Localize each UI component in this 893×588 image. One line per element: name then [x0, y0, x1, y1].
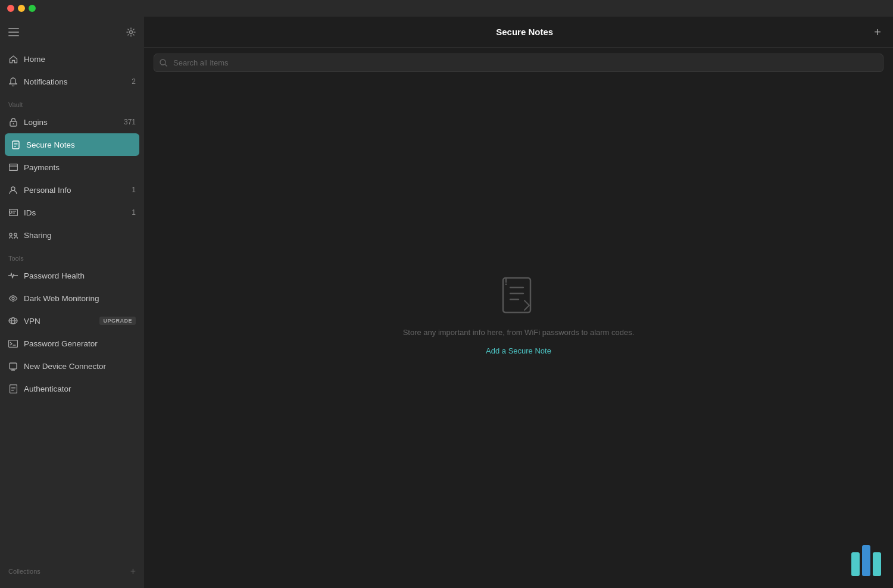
bell-icon [8, 77, 18, 86]
gear-icon[interactable] [126, 27, 136, 37]
home-label: Home [24, 55, 45, 64]
sidebar-item-vpn[interactable]: VPN UPGRADE [0, 309, 144, 332]
svg-rect-1 [8, 32, 19, 33]
app-body: Home Notifications 2 Vault [0, 17, 893, 588]
svg-point-18 [14, 233, 16, 235]
payments-label: Payments [24, 163, 60, 172]
card-icon [8, 162, 18, 172]
sidebar-item-payments[interactable]: Payments [0, 156, 144, 179]
page-title: Secure Notes [175, 27, 874, 37]
svg-point-16 [10, 211, 12, 214]
logo-bar-3 [873, 552, 881, 576]
sidebar-nav: Home Notifications 2 Vault [0, 48, 144, 558]
terminal-icon [8, 339, 18, 348]
password-health-label: Password Health [24, 271, 85, 280]
traffic-lights [7, 5, 36, 12]
logo-bar-2 [862, 545, 870, 576]
logo-bar-1 [851, 552, 860, 576]
sidebar-toggle-icon[interactable] [8, 28, 19, 36]
add-button[interactable]: + [874, 26, 881, 38]
vault-section-label: Vault [0, 93, 144, 111]
sidebar: Home Notifications 2 Vault [0, 17, 144, 588]
personal-info-label: Personal Info [24, 186, 71, 195]
logins-badge: 371 [124, 118, 136, 126]
svg-point-17 [9, 233, 11, 235]
person-icon [8, 185, 18, 195]
sidebar-item-personal-info[interactable]: Personal Info 1 [0, 179, 144, 201]
collections-add-button[interactable]: + [130, 567, 136, 576]
sidebar-item-sharing[interactable]: Sharing [0, 224, 144, 246]
vpn-label: VPN [24, 317, 40, 326]
sidebar-item-ids[interactable]: IDs 1 [0, 201, 144, 224]
search-bar [144, 48, 893, 78]
sidebar-item-secure-notes[interactable]: Secure Notes [5, 133, 139, 156]
pulse-icon [8, 271, 18, 280]
notifications-badge: 2 [132, 77, 136, 86]
sidebar-item-password-health[interactable]: Password Health [0, 264, 144, 287]
collections-section: Collections + [0, 558, 144, 578]
collections-label: Collections [8, 568, 40, 575]
search-input[interactable] [154, 54, 883, 72]
sidebar-item-authenticator[interactable]: Authenticator [0, 377, 144, 400]
sidebar-item-new-device[interactable]: New Device Connector [0, 355, 144, 377]
vpn-icon [8, 316, 18, 326]
sidebar-item-home[interactable]: Home [0, 48, 144, 70]
svg-point-3 [130, 31, 133, 34]
sharing-icon [8, 230, 18, 240]
svg-rect-0 [8, 28, 19, 29]
svg-point-12 [11, 187, 15, 190]
secure-notes-label: Secure Notes [26, 140, 75, 149]
dark-web-label: Dark Web Monitoring [24, 294, 99, 303]
close-button[interactable] [7, 5, 14, 12]
svg-rect-23 [9, 340, 18, 347]
password-generator-label: Password Generator [24, 339, 98, 348]
main-content: Secure Notes + [144, 17, 893, 588]
personal-info-badge: 1 [132, 186, 136, 194]
lock-icon [8, 117, 18, 127]
main-header: Secure Notes + [144, 17, 893, 48]
svg-rect-10 [9, 164, 17, 171]
svg-line-33 [165, 64, 167, 67]
empty-state-text: Store any important info here, from WiFi… [403, 328, 635, 337]
empty-note-icon: ! [499, 276, 538, 318]
svg-rect-2 [8, 35, 19, 36]
empty-state: ! Store any important info here, from Wi… [144, 78, 893, 588]
sidebar-item-notifications[interactable]: Notifications 2 [0, 70, 144, 93]
device-icon [8, 361, 18, 371]
authenticator-icon [8, 384, 18, 393]
sidebar-item-dark-web[interactable]: Dark Web Monitoring [0, 287, 144, 309]
sidebar-item-password-generator[interactable]: Password Generator [0, 332, 144, 355]
search-icon [160, 59, 167, 67]
logins-label: Logins [24, 118, 48, 127]
svg-rect-25 [10, 363, 17, 369]
svg-text:!: ! [504, 276, 508, 287]
tools-section-label: Tools [0, 246, 144, 264]
upgrade-badge: UPGRADE [99, 317, 136, 325]
ids-label: IDs [24, 208, 36, 217]
notifications-label: Notifications [24, 77, 68, 86]
titlebar [0, 0, 893, 17]
eye-icon [8, 293, 18, 303]
bitwarden-logo [851, 545, 881, 576]
svg-point-32 [160, 60, 166, 65]
sharing-label: Sharing [24, 231, 52, 240]
svg-point-5 [13, 123, 14, 124]
minimize-button[interactable] [18, 5, 25, 12]
maximize-button[interactable] [29, 5, 36, 12]
note-icon [11, 140, 20, 149]
authenticator-label: Authenticator [24, 384, 71, 393]
add-secure-note-link[interactable]: Add a Secure Note [486, 346, 551, 355]
ids-badge: 1 [132, 208, 136, 217]
home-icon [8, 54, 18, 64]
new-device-label: New Device Connector [24, 362, 106, 371]
svg-rect-13 [9, 209, 17, 216]
svg-point-19 [12, 297, 14, 299]
id-icon [8, 208, 18, 217]
sidebar-item-logins[interactable]: Logins 371 [0, 111, 144, 133]
sidebar-header [0, 17, 144, 48]
